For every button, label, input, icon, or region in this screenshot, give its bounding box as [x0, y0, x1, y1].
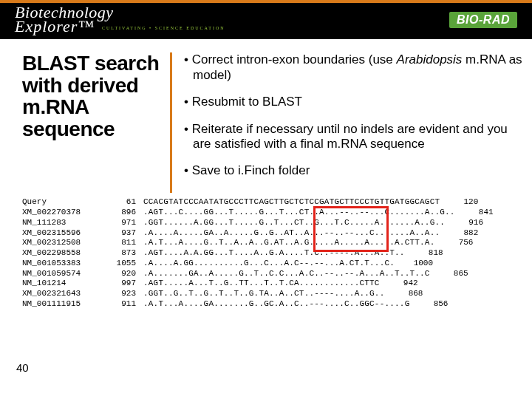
- bullet-item: • Save to i.Finch folder: [184, 163, 525, 178]
- bullet-item: • Resubmit to BLAST: [184, 95, 525, 109]
- content-row: BLAST search with derived m.RNA sequence…: [0, 39, 532, 193]
- alignment-row: Query61CCACGTATCCCAATATGCCCTTCAGCTTGCTCT…: [22, 197, 525, 208]
- bullet-item: • Reiterate if necessary until no indels…: [184, 122, 525, 152]
- alignment-row: XM_002315596937.A....A.....GA..A.....G..…: [22, 228, 525, 239]
- biorad-logo: BIO-RAD: [449, 12, 517, 28]
- bullet-item: • Correct intron-exon boundaries (use Ar…: [184, 52, 525, 83]
- logo-line-2: Explorer: [15, 17, 78, 35]
- slide-number: 40: [16, 361, 29, 374]
- alignment-row: XM_002312508811.A.T...A....G..T..A..A..G…: [22, 238, 525, 248]
- blast-alignment: Query61CCACGTATCCCAATATGCCCTTCAGCTTGCTCT…: [0, 197, 532, 309]
- vertical-divider: [170, 52, 172, 193]
- alignment-row: NM_001059574920.A.......GA..A.....G..T..…: [22, 269, 525, 279]
- logo-tm: ™: [78, 17, 95, 35]
- bullet-list: • Correct intron-exon boundaries (use Ar…: [180, 52, 525, 193]
- header-bar: Biotechnology Explorer™ CULTIVATING • SC…: [0, 0, 532, 39]
- logo-tagline: CULTIVATING • SCIENCE EDUCATION: [102, 27, 225, 30]
- alignment-row: NM_111283971.GGT......A.GG...T.....G..T.…: [22, 218, 525, 228]
- alignment-row: NM_0010533831055.A....A.GG..........G...…: [22, 259, 525, 269]
- alignment-row: XM_002298558873.AGT....A.A.GG...T....A..…: [22, 248, 525, 259]
- slide-title: BLAST search with derived m.RNA sequence: [22, 52, 163, 140]
- alignment-row: NM_001111915911.A.T...A....GA.......G..G…: [22, 299, 525, 310]
- biorad-logo-text: BIO-RAD: [457, 13, 510, 26]
- alignment-row: XM_002270378896.AGT...C....GG...T.....G.…: [22, 208, 525, 218]
- alignment-row: XM_002321643923.GGT..G..T..G..T..T..G.TA…: [22, 289, 525, 299]
- biotech-explorer-logo: Biotechnology Explorer™ CULTIVATING • SC…: [15, 6, 225, 33]
- alignment-row: NM_101214997.AGT.....A...T..G..TT...T..T…: [22, 279, 525, 289]
